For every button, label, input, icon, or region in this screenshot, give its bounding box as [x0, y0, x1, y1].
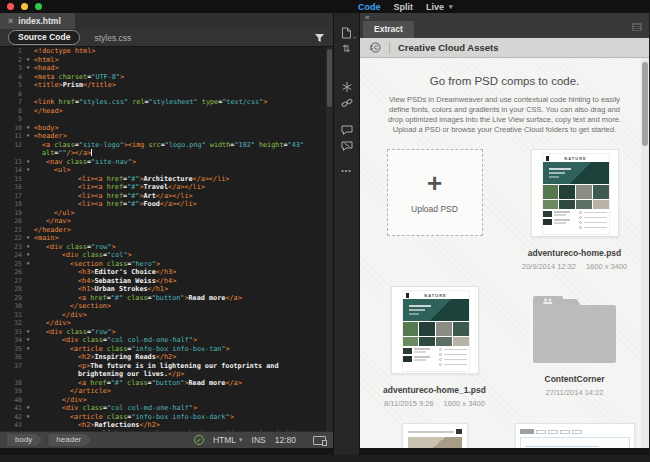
tab-index-html[interactable]: × index.html [0, 13, 75, 29]
code-line[interactable]: 32</div> [0, 319, 333, 328]
code-line[interactable]: 36<h2>Inspiring Reads</h2> [0, 353, 333, 362]
lint-ok-icon[interactable]: ✓ [194, 435, 204, 445]
code-line[interactable]: 27<h4>Sebastian Weiss</h4> [0, 277, 333, 286]
code-line[interactable]: 33▼<div class="row"> [0, 328, 333, 337]
view-mode-split[interactable]: Split [394, 2, 414, 12]
tag-selector-body[interactable]: body [7, 434, 42, 446]
code-line[interactable]: 38<a href="#" class="button">Read more</… [0, 379, 333, 388]
code-line[interactable]: 13▼<nav class="site-nav"> [0, 158, 333, 167]
code-line[interactable]: 1<!doctype html> [0, 47, 333, 56]
psd-thumbnail[interactable]: NATURE [531, 149, 619, 237]
code-line[interactable]: 11▼<header> [0, 132, 333, 141]
tab-extract[interactable]: Extract [363, 21, 414, 38]
code-line[interactable]: 22▼<main> [0, 234, 333, 243]
remove-comment-icon[interactable] [339, 141, 355, 154]
live-dropdown-icon[interactable]: ▾ [449, 3, 453, 11]
traffic-lights [7, 3, 42, 10]
code-line[interactable]: 20</nav> [0, 217, 333, 226]
view-mode-switcher: Code Split Live ▾ [358, 0, 453, 13]
code-line[interactable]: 29<a href="#" class="button">Read more</… [0, 294, 333, 303]
code-line[interactable]: 6 [0, 90, 333, 99]
code-line[interactable]: 5<title>Prism</title> [0, 81, 333, 90]
code-scrollbar-thumb[interactable] [327, 49, 332, 107]
asset-name[interactable]: ContentCorner [545, 374, 605, 384]
code-line[interactable]: 23▼<div class="row"> [0, 243, 333, 252]
code-line[interactable]: 17<li><a href="#">Art</a></li> [0, 192, 333, 201]
code-line[interactable]: 26<h3>Editor's Choice</h3> [0, 268, 333, 277]
extract-panel: « Extract Creative Cloud Assets Go from … [360, 13, 649, 455]
view-mode-live[interactable]: Live [426, 2, 444, 12]
code-line[interactable]: 34▼<div class="col col-md-one-half"> [0, 336, 333, 345]
code-line[interactable]: 40</div> [0, 396, 333, 405]
code-line[interactable]: 43<h2>Reflections</h2> [0, 421, 333, 430]
code-line[interactable]: 2▼<html> [0, 56, 333, 65]
code-line[interactable]: 30</section> [0, 302, 333, 311]
source-code-button[interactable]: Source Code [8, 30, 80, 45]
live-highlight-icon[interactable] [339, 81, 355, 94]
code-line[interactable]: 18<li><a href="#">Food</a></li> [0, 200, 333, 209]
code-line[interactable]: 15<li><a href="#">Architecture</a></li> [0, 175, 333, 184]
asset-name[interactable]: adventureco-home.psd [528, 248, 622, 258]
shared-folder-icon[interactable] [533, 296, 616, 363]
code-line[interactable]: 25▼<section class="hero"> [0, 260, 333, 269]
psd-thumbnail[interactable] [402, 423, 468, 448]
code-line[interactable]: 3▼<head> [0, 64, 333, 73]
extract-content: Go from PSD comps to code. View PSDs in … [360, 58, 649, 448]
code-line[interactable]: 21</header> [0, 226, 333, 235]
panel-scrollbar[interactable] [641, 58, 649, 448]
panel-scrollbar-thumb[interactable] [642, 62, 648, 146]
psd-thumbnail[interactable] [515, 423, 635, 448]
code-line[interactable]: 24▼<div class="col"> [0, 251, 333, 260]
code-scrollbar[interactable] [326, 47, 333, 431]
code-line[interactable]: 31</div> [0, 311, 333, 320]
asset-name[interactable]: adventureco-home_1.psd [383, 385, 486, 395]
extract-intro: Go from PSD comps to code. View PSDs in … [360, 58, 649, 135]
code-line[interactable]: alt=""/></a> [0, 149, 333, 158]
code-line[interactable]: 4<meta charset="UTF-8"> [0, 73, 333, 82]
zoom-window-button[interactable] [35, 3, 42, 10]
minimize-window-button[interactable] [21, 3, 28, 10]
panel-menu-icon[interactable] [632, 23, 642, 31]
filter-icon[interactable] [314, 33, 325, 43]
code-line[interactable]: 7<link href="styles.css" rel="stylesheet… [0, 98, 333, 107]
code-line[interactable]: 41▼<div class="col col-md-one-half"> [0, 404, 333, 413]
doc-type-select[interactable]: HTML [213, 435, 236, 445]
code-line[interactable]: 19</ul> [0, 209, 333, 218]
code-line[interactable]: brightening our lives.</p> [0, 370, 333, 379]
toolbar-more-icon[interactable]: ••• [341, 167, 351, 174]
code-line[interactable]: 8</head> [0, 107, 333, 116]
file-management-icon[interactable]: ⇅ [339, 43, 355, 56]
asset-item [365, 423, 505, 448]
view-mode-code[interactable]: Code [358, 2, 381, 12]
psd-thumbnail[interactable]: NATURE [391, 286, 479, 374]
apply-comment-icon[interactable] [339, 125, 355, 138]
code-view[interactable]: 1<!doctype html>2▼<html>3▼<head>4<meta c… [0, 47, 333, 431]
related-file-styles-css[interactable]: styles.css [94, 33, 131, 43]
code-line[interactable]: 9 [0, 115, 333, 124]
code-line[interactable]: 12<a class="site-logo"><img src="logo.pn… [0, 141, 333, 150]
code-line[interactable]: 28<h1>Urban Strokes</h1> [0, 285, 333, 294]
code-line[interactable]: 10▼<body> [0, 124, 333, 133]
window-size-icon[interactable] [313, 436, 326, 445]
upload-psd-button[interactable]: + Upload PSD [387, 149, 483, 236]
open-documents-icon[interactable]: ▾ [339, 27, 355, 40]
code-line[interactable]: 35▼<article class="info-box info-box-tan… [0, 345, 333, 354]
code-line[interactable]: 44<p>Stylish ways to bounce the heat off… [0, 430, 333, 432]
code-line[interactable]: 14▼<ul> [0, 166, 333, 175]
upload-psd-label: Upload PSD [411, 204, 458, 214]
plus-icon: + [427, 172, 442, 194]
dreamweaver-window: Code Split Live ▾ × index.html Source Co… [0, 0, 650, 462]
doc-type-dropdown-icon[interactable]: ▾ [239, 436, 243, 444]
code-line[interactable]: 16<li><a href="#">Travel</a></li> [0, 183, 333, 192]
close-window-button[interactable] [7, 3, 14, 10]
close-tab-icon[interactable]: × [8, 16, 13, 26]
link-icon[interactable] [339, 97, 355, 110]
people-icon [542, 298, 554, 304]
insert-mode-label: INS [252, 435, 266, 445]
creative-cloud-icon[interactable] [370, 42, 381, 53]
code-line[interactable]: 39</article> [0, 387, 333, 396]
tag-selector-header[interactable]: header [48, 434, 91, 446]
code-line[interactable]: 37<p>The future is in lightening our foo… [0, 362, 333, 371]
code-line[interactable]: 42▼<article class="info-box info-box-dar… [0, 413, 333, 422]
assets-bar-divider [389, 42, 390, 54]
